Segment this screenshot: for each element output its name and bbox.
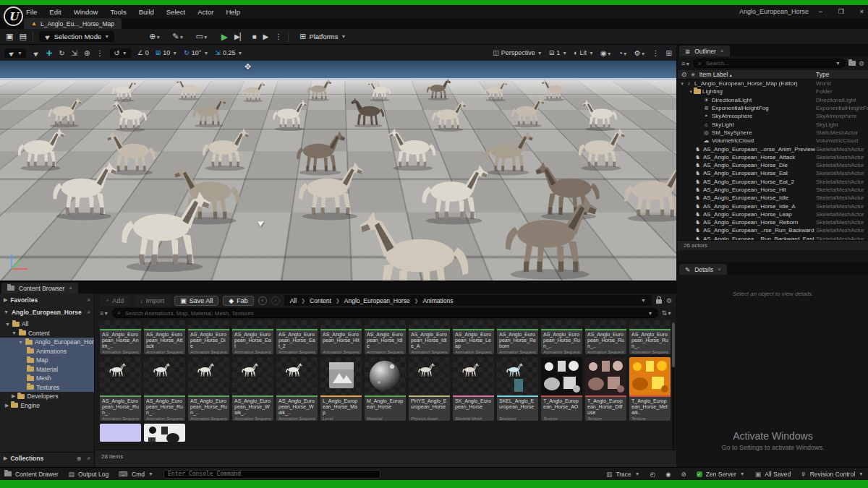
- surface-snap-dropdown[interactable]: ↺▼: [110, 48, 130, 58]
- asset-tile[interactable]: AS_​Anglo_​European_​Horse_​EatAnimation…: [232, 320, 273, 354]
- add-button[interactable]: +Add: [100, 296, 129, 306]
- content-drawer-button[interactable]: Content Drawer: [4, 471, 59, 478]
- asset-tile[interactable]: T_​Anglo_​European_​Horse_​DiffuseTextur…: [585, 357, 626, 421]
- folder-tree-item-animations[interactable]: Animations: [0, 347, 94, 356]
- asset-tile[interactable]: AS_​Anglo_​European_​Horse_​Anim_​..Anim…: [100, 320, 141, 354]
- search-icon[interactable]: ⌕: [88, 296, 90, 304]
- search-icon[interactable]: ⌕: [88, 309, 90, 316]
- create-folder-icon[interactable]: [848, 61, 856, 66]
- cinematics-icon[interactable]: ▭▼: [195, 33, 208, 40]
- asset-tile[interactable]: [144, 424, 185, 442]
- asset-tile[interactable]: T_​Anglo_​European_​Horse_​Metalli..Text…: [629, 357, 671, 421]
- outliner-row[interactable]: ♞AS_Anglo_European_Horse_DieSkeletalMesh…: [678, 161, 868, 169]
- screen-layout-dropdown[interactable]: ⊟1▼: [549, 49, 568, 56]
- outliner-row[interactable]: ♞AS_Anglo_European_Horse_IdleSkeletalMes…: [678, 194, 868, 202]
- back-button[interactable]: ‹: [258, 296, 267, 305]
- insights-icon[interactable]: ◴: [650, 471, 655, 478]
- outliner-search[interactable]: ⌕ ▼: [693, 59, 846, 68]
- asset-tile[interactable]: AS_​Anglo_​European_​Horse_​RebornAnimat…: [497, 320, 538, 354]
- folder-tree-item-map[interactable]: Map: [0, 356, 94, 365]
- level-viewport[interactable]: ✥ ►: [0, 61, 676, 281]
- horse-actor[interactable]: [615, 163, 676, 222]
- menu-actor[interactable]: Actor: [197, 8, 213, 16]
- outliner-tab[interactable]: ≣ Outliner ×: [679, 46, 730, 56]
- rotation-snap[interactable]: ↻10°▼: [184, 49, 208, 56]
- asset-tile[interactable]: AS_​Anglo_​European_​Horse_​LeapAnimatio…: [453, 320, 494, 354]
- item-label-column[interactable]: Item Label ▴: [699, 71, 812, 78]
- folder-tree-item-anglo_european_horse[interactable]: ▼Anglo_European_Horse: [0, 338, 94, 347]
- sort-options-icon[interactable]: ⇅▼: [662, 309, 672, 317]
- menu-edit[interactable]: Edit: [49, 8, 61, 16]
- fab-button[interactable]: ◆Fab: [223, 296, 253, 306]
- show-flags-icon[interactable]: ◉▼: [600, 49, 612, 57]
- add-actor-icon[interactable]: ⊕▼: [149, 33, 161, 40]
- collections-section[interactable]: ▶Collections ⊕ ⌕: [0, 452, 94, 464]
- close-button[interactable]: ×: [860, 8, 864, 15]
- move-tool-icon[interactable]: ✛: [46, 49, 52, 57]
- asset-tile[interactable]: AS_​Anglo_​European_​Horse_​IdleAnimatio…: [365, 320, 406, 354]
- breadcrumb-item[interactable]: Content: [310, 297, 331, 304]
- rotate-tool-icon[interactable]: ↻: [59, 49, 64, 57]
- outliner-row[interactable]: ♞AS_Anglo_European_Horse_Eat_2SkeletalMe…: [678, 178, 868, 186]
- menu-build[interactable]: Build: [139, 8, 154, 16]
- minimize-button[interactable]: –: [819, 8, 822, 15]
- asset-tile[interactable]: AS_​Anglo_​European_​Horse_​Run_​..Anima…: [541, 320, 582, 354]
- platforms-dropdown[interactable]: ⊞ Platforms ▼: [294, 31, 351, 42]
- level-tab[interactable]: ▲ L_Anglo_Eu..._Horse_Map: [24, 18, 122, 29]
- favorites-section[interactable]: ▶Favorites ⌕: [0, 294, 94, 306]
- asset-tile[interactable]: AS_​Anglo_​European_​Horse_​Run_​..Anima…: [629, 320, 671, 354]
- close-icon[interactable]: ×: [718, 266, 721, 273]
- horse-actor[interactable]: [423, 78, 454, 100]
- selection-mode-dropdown[interactable]: ► Selection Mode ▼: [39, 31, 114, 42]
- horse-actor[interactable]: [506, 97, 548, 128]
- close-icon[interactable]: ×: [69, 285, 72, 291]
- grid-scrollbar[interactable]: [672, 322, 675, 453]
- play-button[interactable]: ▶: [221, 32, 228, 42]
- outliner-row[interactable]: ≋ExponentialHeightFogExponentialHeightFo…: [678, 104, 868, 112]
- outliner-filter-icon[interactable]: ≡▼: [681, 60, 690, 67]
- details-tab[interactable]: ✎ Details ×: [679, 264, 727, 275]
- asset-tile[interactable]: SKEL_​Anglo_​European_​HorseSkeleton: [497, 357, 538, 421]
- asset-tile[interactable]: T_​Anglo_​European_​Horse_​AOTexture: [541, 357, 582, 421]
- menu-help[interactable]: Help: [226, 8, 240, 16]
- grid-snap[interactable]: ⊞10▼: [156, 49, 178, 56]
- horse-actor[interactable]: [492, 194, 608, 280]
- breadcrumb-item[interactable]: All: [290, 297, 297, 304]
- horse-actor[interactable]: [268, 99, 311, 131]
- save-all-button[interactable]: ▣Save All: [174, 296, 218, 306]
- pinned-column-icon[interactable]: ★: [690, 71, 696, 78]
- output-log-button[interactable]: ▤Output Log: [69, 471, 109, 478]
- transform-tool-dropdown[interactable]: ►▼: [4, 48, 26, 58]
- scale-snap[interactable]: ⇲0.25▼: [215, 49, 242, 56]
- asset-tile[interactable]: [100, 424, 141, 442]
- breadcrumb[interactable]: All❯Content❯Anglo_European_Horse❯Animati…: [284, 295, 652, 306]
- outliner-row[interactable]: ♞AS_Anglo_Europea.._Run_Backward_FastSke…: [678, 235, 868, 240]
- project-root-section[interactable]: ▼Anglo_European_Horse ⌕: [0, 306, 94, 318]
- folder-tree-item-material[interactable]: Material: [0, 365, 94, 374]
- horse-actor[interactable]: [109, 100, 152, 132]
- all-saved-status[interactable]: ▣All Saved: [755, 471, 791, 478]
- outliner-row[interactable]: ♞AS_Anglo_European_Horse_LeapSkeletalMes…: [678, 210, 868, 218]
- view-options-icon[interactable]: ◔▼: [618, 49, 628, 57]
- asset-tile[interactable]: AS_​Anglo_​European_​Horse_​Run_​..Anima…: [188, 357, 229, 421]
- cmd-dropdown[interactable]: ⌨Cmd▼: [119, 471, 153, 478]
- import-button[interactable]: ↓Import: [134, 296, 170, 306]
- menu-tools[interactable]: Tools: [110, 8, 126, 16]
- asset-search-input[interactable]: [124, 309, 645, 317]
- asset-tile[interactable]: PHYS_​Anglo_​European_​HorsePhysics Asse…: [409, 357, 450, 421]
- more-tools-icon[interactable]: ⋮: [96, 49, 103, 57]
- forward-button[interactable]: ›: [271, 296, 280, 305]
- horse-actor[interactable]: [188, 97, 230, 128]
- folder-tree-item-all[interactable]: ▼All: [0, 320, 94, 329]
- menu-window[interactable]: Window: [74, 8, 98, 16]
- asset-tile[interactable]: AS_​Anglo_​European_​Horse_​Idle_​AAnima…: [409, 320, 450, 354]
- content-browser-tab[interactable]: Content Browser ×: [1, 283, 78, 294]
- save-level-icon[interactable]: ▣: [6, 33, 13, 40]
- outliner-row[interactable]: ♞AS_Anglo_European_Horse_EatSkeletalMesh…: [678, 169, 868, 177]
- folder-tree-item-textures[interactable]: Textures: [0, 383, 94, 393]
- horse-actor[interactable]: [579, 99, 622, 131]
- horse-actor[interactable]: [304, 79, 334, 101]
- skip-button[interactable]: ▶▏: [234, 33, 245, 40]
- maximize-viewport-icon[interactable]: ⊞: [666, 49, 672, 57]
- browse-content-icon[interactable]: ▤: [19, 33, 26, 40]
